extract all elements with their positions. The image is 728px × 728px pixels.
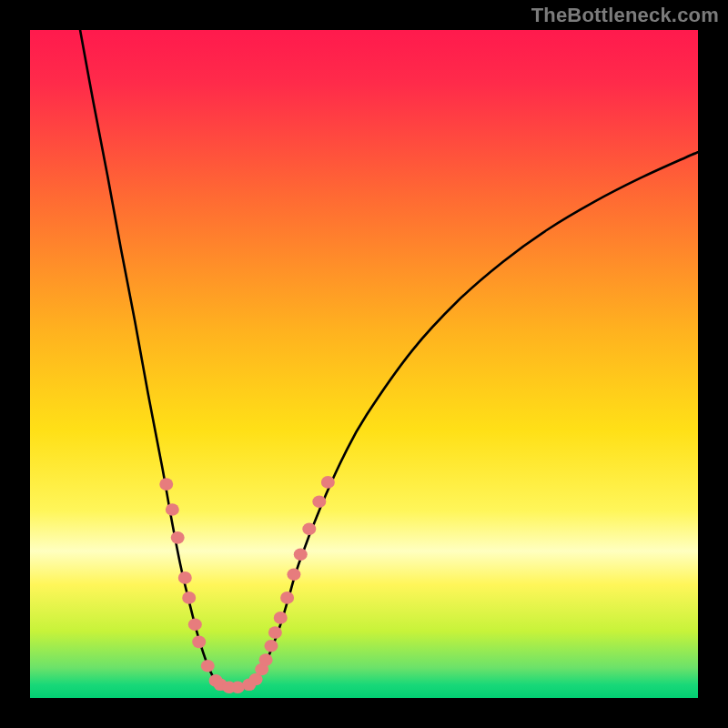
curve-left-branch <box>80 30 217 683</box>
curve-layer <box>30 30 698 698</box>
plot-area <box>30 30 698 698</box>
scatter-dot <box>294 548 308 561</box>
scatter-dot <box>302 523 316 536</box>
scatter-dot <box>231 681 245 693</box>
chart-stage: TheBottleneck.com <box>0 0 728 728</box>
scatter-dot <box>178 571 192 584</box>
scatter-dot <box>264 640 278 652</box>
scatter-dot <box>312 495 326 508</box>
scatter-dot <box>192 636 206 649</box>
scatter-dot <box>166 503 179 516</box>
curve-right-branch <box>253 152 698 684</box>
watermark-text: TheBottleneck.com <box>531 4 719 27</box>
scatter-dot <box>268 626 282 639</box>
scatter-dot <box>188 618 202 631</box>
scatter-dot <box>182 592 196 604</box>
scatter-dot <box>321 476 335 489</box>
scatter-dot <box>201 660 215 672</box>
scatter-dot <box>259 653 273 666</box>
scatter-dot <box>274 612 288 624</box>
scatter-dot <box>171 531 185 544</box>
scatter-dot <box>280 592 294 604</box>
scatter-dot <box>287 568 300 581</box>
scatter-dot <box>159 478 173 490</box>
